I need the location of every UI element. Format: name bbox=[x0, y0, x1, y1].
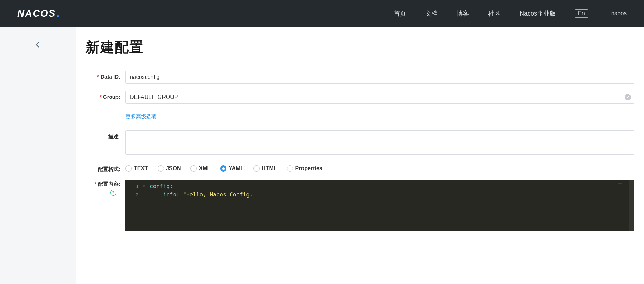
code-editor[interactable]: ▬▬ 1 ⊟ config: 2 info: "Hello, Nacos Con… bbox=[125, 180, 634, 231]
radio-circle-icon bbox=[125, 165, 132, 172]
nav-home[interactable]: 首页 bbox=[394, 9, 406, 18]
logo-dot-icon: . bbox=[56, 7, 60, 20]
line-number: 1 bbox=[125, 182, 143, 191]
header: NACOS. 首页 文档 博客 社区 Nacos企业版 En nacos bbox=[0, 0, 644, 27]
row-data-id: Data ID: bbox=[86, 71, 634, 84]
radio-label: TEXT bbox=[134, 165, 148, 172]
back-chevron-icon[interactable] bbox=[34, 40, 42, 49]
radio-html[interactable]: HTML bbox=[253, 165, 277, 172]
label-group: Group: bbox=[86, 91, 125, 100]
row-format: 配置格式: TEXT JSON XML bbox=[86, 163, 634, 173]
textarea-description[interactable] bbox=[125, 130, 634, 155]
nav-docs[interactable]: 文档 bbox=[425, 9, 438, 18]
radio-xml[interactable]: XML bbox=[190, 165, 211, 172]
radio-circle-icon bbox=[190, 165, 197, 172]
nav: 首页 文档 博客 社区 Nacos企业版 En nacos bbox=[394, 9, 627, 18]
help-icon[interactable]: ? bbox=[110, 190, 116, 196]
nav-blog[interactable]: 博客 bbox=[457, 9, 469, 18]
label-format: 配置格式: bbox=[86, 163, 125, 173]
radio-text[interactable]: TEXT bbox=[125, 165, 148, 172]
fold-icon[interactable]: ⊟ bbox=[143, 182, 150, 191]
label-content: 配置内容: bbox=[94, 181, 120, 187]
radio-circle-icon bbox=[158, 165, 164, 172]
radio-circle-icon bbox=[253, 165, 260, 172]
radio-circle-icon bbox=[220, 165, 226, 172]
radio-yaml[interactable]: YAML bbox=[220, 165, 244, 172]
row-description: 描述: bbox=[86, 130, 634, 156]
label-description: 描述: bbox=[86, 130, 125, 140]
input-data-id[interactable] bbox=[125, 71, 634, 84]
radio-label: YAML bbox=[228, 165, 244, 172]
clear-group-icon[interactable]: ✕ bbox=[625, 94, 631, 100]
logo-text: NACOS bbox=[17, 8, 56, 19]
code-line: 2 info: "Hello, Nacos Config." bbox=[125, 191, 629, 199]
help-colon: : bbox=[117, 190, 120, 195]
code-line: 1 ⊟ config: bbox=[125, 182, 629, 191]
radio-label: HTML bbox=[262, 165, 277, 172]
nav-enterprise[interactable]: Nacos企业版 bbox=[520, 9, 556, 18]
nav-community[interactable]: 社区 bbox=[488, 9, 501, 18]
format-radio-group: TEXT JSON XML YAML bbox=[125, 163, 634, 172]
row-content: 配置内容: ? : ▬▬ 1 ⊟ config: 2 info: "Hello,… bbox=[86, 180, 634, 231]
radio-label: Properties bbox=[295, 165, 323, 172]
row-group: Group: ✕ bbox=[86, 91, 634, 104]
radio-label: JSON bbox=[166, 165, 181, 172]
row-advanced: 更多高级选项 bbox=[86, 111, 634, 120]
input-group[interactable] bbox=[125, 91, 634, 104]
minimap-icon: ▬▬ bbox=[618, 182, 622, 185]
main: 新建配置 Data ID: Group: ✕ 更多高级选项 描述: bbox=[76, 27, 644, 284]
radio-label: XML bbox=[199, 165, 211, 172]
user-label[interactable]: nacos bbox=[611, 10, 627, 17]
fold-gutter bbox=[143, 191, 150, 199]
page-title: 新建配置 bbox=[86, 38, 634, 57]
code-text: config: bbox=[150, 182, 629, 191]
radio-circle-icon bbox=[287, 165, 293, 172]
label-data-id: Data ID: bbox=[86, 71, 125, 80]
radio-properties[interactable]: Properties bbox=[287, 165, 323, 172]
advanced-options-link[interactable]: 更多高级选项 bbox=[125, 113, 157, 120]
radio-json[interactable]: JSON bbox=[158, 165, 181, 172]
sidebar bbox=[0, 27, 76, 284]
lang-toggle-button[interactable]: En bbox=[575, 9, 588, 18]
line-number: 2 bbox=[125, 191, 143, 199]
logo[interactable]: NACOS. bbox=[17, 7, 60, 20]
code-text: info: "Hello, Nacos Config." bbox=[150, 191, 629, 199]
